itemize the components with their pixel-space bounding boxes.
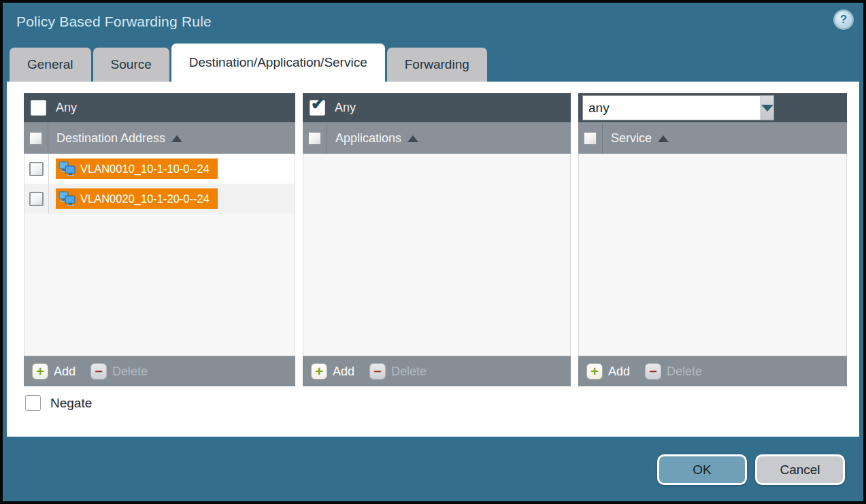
destination-footer: + Add − Delete [24, 356, 295, 386]
tab-source[interactable]: Source [93, 48, 169, 82]
row-gutter [24, 184, 49, 214]
policy-based-forwarding-dialog: Policy Based Forwarding Rule ? General S… [0, 0, 866, 504]
row-checkbox[interactable] [29, 162, 44, 176]
applications-header-gutter [303, 123, 327, 154]
content-panel: Any Destination Address [7, 82, 859, 437]
applications-header-label[interactable]: Applications [335, 131, 418, 146]
table-row: VLAN0020_10-1-20-0--24 [24, 184, 295, 214]
row-checkbox[interactable] [29, 192, 44, 206]
dialog-title: Policy Based Forwarding Rule [16, 14, 212, 30]
network-icon [59, 190, 76, 207]
applications-any-bar: ✔ Any [303, 93, 571, 122]
row-gutter [24, 154, 49, 184]
applications-footer: + Add − Delete [303, 356, 571, 386]
add-button[interactable]: + Add [32, 363, 76, 380]
destination-header-label[interactable]: Destination Address [56, 131, 182, 146]
destination-header-gutter [24, 123, 48, 154]
negate-label: Negate [50, 396, 92, 411]
destination-table-header: Destination Address [24, 122, 295, 154]
service-table-header: Service [578, 122, 847, 154]
add-icon: + [586, 363, 603, 380]
tab-forwarding[interactable]: Forwarding [387, 48, 487, 82]
service-dropdown [582, 95, 759, 120]
destination-any-label: Any [56, 101, 77, 115]
ok-button[interactable]: OK [657, 454, 747, 485]
delete-label: Delete [667, 365, 702, 379]
applications-select-all-checkbox[interactable] [307, 131, 322, 146]
service-header-text: Service [611, 131, 652, 146]
address-item-label: VLAN0010_10-1-10-0--24 [80, 163, 210, 175]
destination-any-bar: Any [24, 93, 295, 122]
delete-label: Delete [391, 365, 427, 379]
negate-checkbox[interactable] [25, 395, 41, 411]
applications-any-label: Any [335, 101, 356, 115]
delete-icon: − [369, 363, 386, 380]
applications-table-header: Applications [303, 122, 571, 154]
service-footer: + Add − Delete [578, 356, 847, 386]
service-dropdown-input[interactable] [582, 95, 761, 120]
destination-any-checkbox[interactable] [31, 100, 46, 116]
tab-destination-application-service[interactable]: Destination/Application/Service [171, 44, 385, 82]
service-list [578, 154, 847, 356]
applications-list [303, 154, 571, 356]
destination-list: VLAN0010_10-1-10-0--24 [24, 154, 295, 356]
service-header-label[interactable]: Service [611, 131, 669, 146]
add-icon: + [311, 363, 327, 380]
add-label: Add [54, 365, 76, 379]
checkmark-icon: ✔ [311, 96, 324, 112]
add-button[interactable]: + Add [311, 363, 354, 380]
service-select-all-checkbox[interactable] [583, 131, 597, 146]
add-label: Add [608, 365, 630, 379]
delete-button[interactable]: − Delete [645, 363, 702, 380]
tab-general[interactable]: General [10, 48, 91, 82]
network-icon [59, 161, 76, 177]
sort-asc-icon [407, 135, 418, 142]
cancel-button[interactable]: Cancel [755, 454, 845, 485]
address-item-chip[interactable]: VLAN0010_10-1-10-0--24 [56, 158, 218, 179]
destination-select-all-checkbox[interactable] [29, 131, 43, 146]
applications-column: ✔ Any Applications + Add − Delete [303, 93, 571, 386]
table-row: VLAN0010_10-1-10-0--24 [24, 154, 295, 184]
add-icon: + [32, 363, 48, 380]
add-button[interactable]: + Add [586, 363, 630, 380]
applications-any-checkbox[interactable]: ✔ [310, 100, 325, 116]
service-column: Service + Add − Delete [578, 93, 847, 386]
address-item-chip[interactable]: VLAN0020_10-1-20-0--24 [56, 188, 218, 209]
delete-button[interactable]: − Delete [369, 363, 427, 380]
tab-bar: General Source Destination/Application/S… [10, 44, 487, 82]
chevron-down-icon [761, 105, 773, 112]
delete-button[interactable]: − Delete [90, 363, 148, 380]
service-header-gutter [578, 123, 603, 154]
service-dropdown-bar [578, 93, 847, 122]
sort-asc-icon [658, 135, 669, 142]
sort-asc-icon [171, 135, 182, 142]
destination-header-text: Destination Address [56, 131, 165, 146]
negate-option: Negate [25, 395, 92, 411]
help-icon[interactable]: ? [835, 11, 852, 29]
service-dropdown-button[interactable] [761, 95, 774, 120]
delete-icon: − [90, 363, 107, 380]
delete-label: Delete [112, 365, 148, 379]
applications-header-text: Applications [335, 131, 401, 146]
delete-icon: − [645, 363, 661, 380]
address-item-label: VLAN0020_10-1-20-0--24 [80, 192, 210, 205]
add-label: Add [333, 365, 354, 379]
destination-address-column: Any Destination Address [24, 93, 295, 386]
